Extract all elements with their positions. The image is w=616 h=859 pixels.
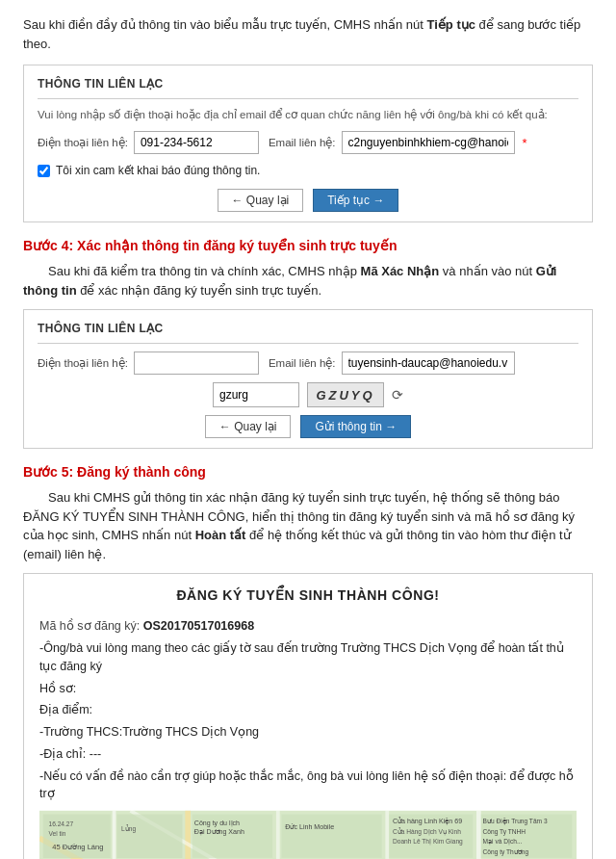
svg-rect-6 [185,811,191,859]
captcha-refresh-icon[interactable]: ⟳ [392,385,403,405]
form-card-1-subtitle: Vui lòng nhập số điện thoại hoặc địa chỉ… [38,107,578,123]
svg-rect-7 [276,811,280,859]
svg-text:Lủng: Lủng [121,824,136,833]
svg-rect-15 [282,815,382,858]
checkbox-row: Tôi xin cam kết khai báo đúng thông tin. [38,162,578,179]
captcha-row: GZUYQ ⟳ [38,382,578,407]
success-lien-he: -Nếu có vấn đề nào cần trợ giúp hoặc thắ… [39,768,577,804]
email-input[interactable] [342,131,515,154]
step4-bold1: Mã Xác Nhận [361,264,440,278]
form2-phone-input[interactable] [134,351,259,375]
captcha-image: GZUYQ [307,382,384,407]
form-group-phone: Điện thoại liên hệ: [38,131,259,154]
required-star: * [523,134,527,153]
form2-phone-label: Điện thoại liên hệ: [38,355,128,372]
next-button-1[interactable]: Tiếp tục → [313,189,398,212]
svg-rect-5 [113,811,116,859]
checkbox-label: Tôi xin cam kết khai báo đúng thông tin. [56,162,260,179]
step4-text1: Sau khi đã kiểm tra thông tin và chính x… [48,264,361,278]
submit-button[interactable]: Gửi thông tin → [300,415,411,438]
intro-bold: Tiếp tục [427,17,475,32]
form2-email-input[interactable] [342,351,515,375]
svg-text:Công ty du lịch: Công ty du lịch [194,820,240,827]
success-truong: -Trường THCS:Trường THCS Dịch Vọng [39,723,577,742]
form2-group-phone: Điện thoại liên hệ: [38,351,259,375]
form-group-email: Email liên hệ: * [269,131,527,154]
map-svg: 16.24.27 Vel tin 45 Đường Láng Lủng Công… [39,807,577,859]
confirm-checkbox[interactable] [38,165,50,177]
contact-form-card-2: THÔNG TIN LIÊN LẠC Điện thoại liên hệ: E… [23,309,593,449]
success-note1: -Ông/bà vui lòng mang theo các giấy tờ s… [39,639,577,676]
form2-row-phone-email: Điện thoại liên hệ: Email liên hệ: [38,351,578,375]
intro-paragraph: Sau khi điền đầy đủ thông tin vào biểu m… [23,15,593,53]
step4-text2: và nhấn vào nút [439,264,536,278]
step5-bold: Hoàn tất [195,528,246,542]
svg-text:Doanh Lê Thị Kim Giang: Doanh Lê Thị Kim Giang [393,838,463,846]
form2-email-label: Email liên hệ: [269,355,336,372]
step4-title: Bước 4: Xác nhận thông tin đăng ký tuyển… [23,236,593,256]
svg-text:Đại Dương Xanh: Đại Dương Xanh [194,828,244,836]
form-card-1-title: THÔNG TIN LIÊN LẠC [38,75,578,99]
svg-text:Đức Linh Mobile: Đức Linh Mobile [285,823,334,831]
contact-form-card-1: THÔNG TIN LIÊN LẠC Vui lòng nhập số điện… [23,65,593,222]
svg-text:Vel tin: Vel tin [48,830,65,837]
ma-hs-value: OS20170517016968 [143,619,254,633]
form2-button-row: ← Quay lại Gửi thông tin → [38,415,578,438]
phone-label: Điện thoại liên hệ: [38,135,128,151]
form1-button-row: ← Quay lại Tiếp tục → [38,189,578,212]
step5-title: Bước 5: Đăng ký thành công [23,462,593,482]
back-button-1[interactable]: ← Quay lại [218,189,304,212]
success-box: ĐĂNG KÝ TUYỂN SINH THÀNH CÔNG! Mã hồ sơ … [23,573,593,859]
svg-text:16.24.27: 16.24.27 [48,820,73,827]
svg-text:Cửa Hàng Dịch Vụ Kinh: Cửa Hàng Dịch Vụ Kinh [393,827,461,836]
success-dia-diem: Địa điểm: [39,701,577,719]
intro-text-before: Sau khi điền đầy đủ thông tin vào biểu m… [23,17,427,32]
svg-rect-13 [116,815,182,858]
ma-hs-label: Mã hồ sơ đăng ký: [39,619,140,633]
captcha-input[interactable] [213,382,299,407]
svg-text:Bưu Điện Trung Tâm 3: Bưu Điện Trung Tâm 3 [483,818,548,825]
form-card-2-title: THÔNG TIN LIÊN LẠC [38,320,578,344]
form-row-phone-email: Điện thoại liên hệ: Email liên hệ: * [38,131,578,154]
success-ho-so: Hồ sơ: [39,680,577,698]
phone-input[interactable] [134,131,259,154]
email-label: Email liên hệ: [269,135,336,151]
success-dia-chi: -Địa chỉ: --- [39,745,577,764]
svg-text:Công ty Thương: Công ty Thương [483,848,529,856]
svg-text:45 Đường Láng: 45 Đường Láng [52,843,103,851]
step5-body: Sau khi CMHS gửi thông tin xác nhận đăng… [23,488,593,563]
svg-rect-9 [476,811,481,859]
success-title: ĐĂNG KÝ TUYỂN SINH THÀNH CÔNG! [39,586,577,606]
svg-text:Mại và Dịch...: Mại và Dịch... [483,838,523,846]
back-button-2[interactable]: ← Quay lại [205,415,292,438]
step4-body: Sau khi đã kiểm tra thông tin và chính x… [23,262,593,299]
success-ma-hs-row: Mã hồ sơ đăng ký: OS20170517016968 [39,617,577,636]
svg-text:Cửa hàng Linh Kiện 69: Cửa hàng Linh Kiện 69 [393,817,462,825]
map-container: 16.24.27 Vel tin 45 Đường Láng Lủng Công… [39,807,577,859]
form2-group-email: Email liên hệ: [269,351,515,375]
svg-rect-8 [385,811,389,859]
svg-text:Công Ty TNHH: Công Ty TNHH [483,828,526,836]
step4-text3: để xác nhận đăng ký tuyển sinh trực tuyế… [77,283,322,298]
